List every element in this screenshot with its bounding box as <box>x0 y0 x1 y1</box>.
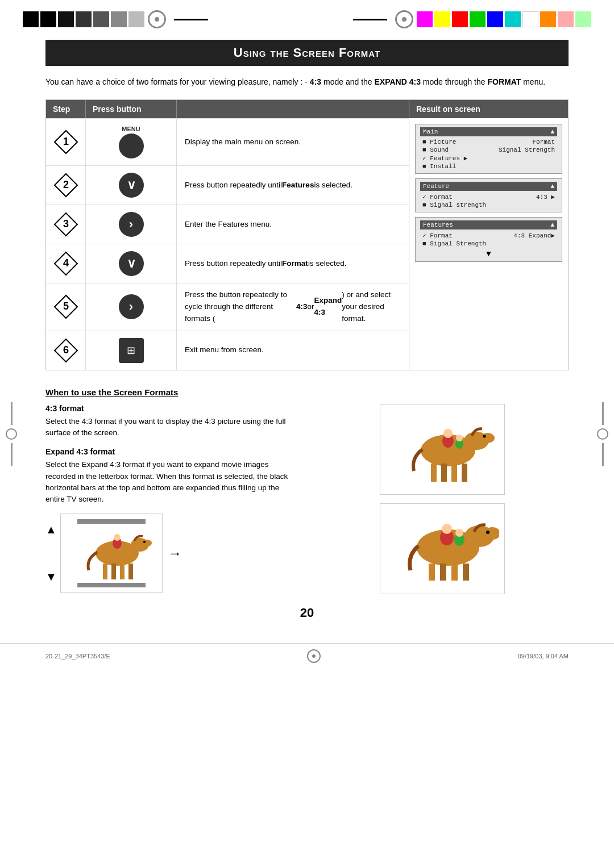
step-desc-5: Press the button repeatedly to cycle thr… <box>177 283 409 331</box>
screen1-signal: Signal Strength <box>499 147 555 153</box>
screen2-row2: ■ Signal strength <box>420 201 557 209</box>
screen2-title: Feature <box>423 183 449 190</box>
svg-rect-27 <box>431 464 437 482</box>
screen1-title-bar: Main ▲ <box>420 127 557 136</box>
screen1-row4: ■ Install <box>420 162 557 170</box>
screen3-format: ✓ Format <box>422 232 453 239</box>
screen1-install: ■ Install <box>422 163 456 170</box>
up-arrow: ▲ <box>45 523 57 536</box>
horse-expand-box <box>60 514 163 593</box>
right-button-icon-5: › <box>119 294 144 319</box>
svg-point-47 <box>455 529 463 537</box>
footer-right: 09/19/03, 9:04 AM <box>518 653 569 660</box>
svg-rect-17 <box>103 564 107 579</box>
header-description <box>177 100 409 118</box>
screen-mockup-3: Features ▲ ✓ Format 4:3 Expand▶ ■ Signal… <box>415 217 562 262</box>
footer: 20-21_29_34PT3543/E 09/19/03, 9:04 AM <box>0 643 614 669</box>
svg-point-35 <box>456 435 463 441</box>
target-circle-left <box>148 10 166 28</box>
down-arrow: ▼ <box>45 570 57 583</box>
format-text-column: 4:3 format Select the 4:3 format if you … <box>45 404 298 594</box>
right-arrow-expand: → <box>168 545 182 561</box>
svg-point-45 <box>442 524 452 534</box>
step-num-5: 5 <box>46 283 86 331</box>
screen1-up-arrow: ▲ <box>550 128 554 135</box>
svg-text:2: 2 <box>63 179 68 190</box>
step-num-4: 4 <box>46 244 86 283</box>
intro-text: You can have a choice of two formats for… <box>45 76 569 88</box>
svg-point-31 <box>483 435 486 437</box>
header-press-button: Press button <box>86 100 177 118</box>
black-bars-left <box>23 11 144 27</box>
svg-rect-12 <box>77 519 146 524</box>
diamond-1: 1 <box>53 130 78 155</box>
menu-exit-button-icon: ⊞ <box>119 338 144 363</box>
screen1-row1: ■ Picture Format <box>420 138 557 146</box>
step-desc-6: Exit menu from screen. <box>177 331 409 370</box>
step-row-4: 4 ∨ Press button repeatedly until Format… <box>46 244 409 283</box>
screen3-row1: ✓ Format 4:3 Expand▶ <box>420 231 557 240</box>
screen1-row3: ✓ Features ▶ <box>420 154 557 162</box>
screen3-signal: ■ Signal Strength <box>422 240 486 247</box>
step-num-6: 6 <box>46 331 86 370</box>
step-btn-4: ∨ <box>86 244 177 283</box>
when-to-use-section: When to use the Screen Formats 4:3 forma… <box>45 387 569 594</box>
expand-image-wrap: ▲ ▼ <box>45 514 182 593</box>
step-row-6: 6 ⊞ Exit menu from screen. <box>46 331 409 370</box>
format-4-3-title: 4:3 format <box>45 404 298 413</box>
right-bar-group <box>349 10 591 28</box>
svg-text:1: 1 <box>63 136 68 147</box>
table-header-row: Step Press button <box>46 100 409 118</box>
svg-point-23 <box>114 534 121 541</box>
screen2-signal: ■ Signal strength <box>422 202 486 208</box>
screen1-row2: ■ Sound Signal Strength <box>420 146 557 154</box>
svg-text:6: 6 <box>63 344 68 356</box>
screen1-sound: ■ Sound <box>422 147 449 153</box>
side-decoration-left <box>6 402 17 466</box>
step-num-3: 3 <box>46 205 86 244</box>
svg-rect-42 <box>463 564 469 581</box>
screen3-title: Features <box>423 222 453 228</box>
svg-point-43 <box>486 531 489 534</box>
diamond-3: 3 <box>53 212 78 237</box>
screen-mockup-2: Feature ▲ ✓ Format 4:3 ▶ ■ Signal streng… <box>415 178 562 212</box>
step-num-1: 1 <box>46 119 86 165</box>
main-content: Using the Screen Format You can have a c… <box>0 34 614 643</box>
horse-expand-svg <box>66 519 157 587</box>
color-bars-right <box>417 11 591 27</box>
svg-text:3: 3 <box>63 218 68 229</box>
screen3-up-arrow: ▲ <box>550 222 554 228</box>
screen1-picture: ■ Picture <box>422 139 456 145</box>
step-desc-4: Press button repeatedly until Format is … <box>177 244 409 283</box>
svg-point-26 <box>481 433 495 443</box>
svg-rect-18 <box>111 564 116 579</box>
screen1-format: Format <box>532 139 555 145</box>
screen1-title: Main <box>423 128 438 135</box>
steps-grid: Step Press button 1 MENU <box>45 99 409 370</box>
screen3-value: 4:3 Expand▶ <box>513 232 555 239</box>
svg-rect-41 <box>451 564 458 581</box>
svg-text:4: 4 <box>63 257 68 269</box>
expand-desc: Select the Expand 4:3 format if you want… <box>45 459 298 505</box>
step-desc-3: Enter the Features menu. <box>177 205 409 244</box>
page-title: Using the Screen Format <box>57 45 557 60</box>
down-button-icon-2: ∨ <box>119 173 144 198</box>
footer-left: 20-21_29_34PT3543/E <box>45 653 110 660</box>
screen3-row2: ■ Signal Strength <box>420 240 557 248</box>
svg-text:5: 5 <box>63 301 68 312</box>
horse-normal-svg <box>385 410 499 489</box>
screen-mockup-1: Main ▲ ■ Picture Format ■ Sound Signal S… <box>415 124 562 174</box>
right-button-icon-3: › <box>119 212 144 237</box>
svg-rect-20 <box>128 564 133 579</box>
page-title-box: Using the Screen Format <box>45 40 569 66</box>
step-btn-5: › <box>86 283 177 331</box>
diamond-4: 4 <box>53 251 78 276</box>
diamond-5: 5 <box>53 294 78 319</box>
when-title: When to use the Screen Formats <box>45 387 569 397</box>
svg-rect-19 <box>120 564 125 579</box>
step-desc-2: Press button repeatedly until Features i… <box>177 166 409 205</box>
target-circle-right <box>395 10 413 28</box>
step-row-2: 2 ∨ Press button repeatedly until Featur… <box>46 165 409 205</box>
svg-point-21 <box>143 541 146 543</box>
footer-circle <box>307 649 321 663</box>
